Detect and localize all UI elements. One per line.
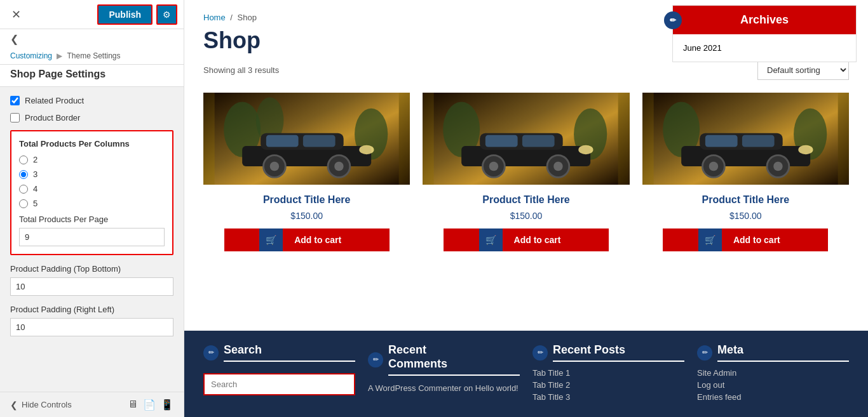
padding-right-left-label: Product Padding (Right Left) — [10, 305, 173, 314]
cart-icon-box-1: 🛒 — [259, 228, 283, 251]
columns-radio-2[interactable] — [19, 156, 28, 164]
comments-edit-pencil[interactable]: ✏ — [368, 352, 383, 367]
cart-icon-box-3: 🛒 — [698, 228, 722, 251]
product-price-2: $150.00 — [510, 211, 543, 221]
columns-label: Total Products Per Columns — [19, 139, 165, 149]
add-to-cart-label-1: Add to cart — [294, 235, 341, 245]
footer-meta-title: Meta — [717, 343, 849, 362]
columns-option-3: 3 — [19, 169, 165, 179]
shop-area: ✏ Archives June 2021 Home / Shop Shop Sh… — [184, 0, 868, 331]
svg-point-24 — [579, 145, 593, 155]
footer-widget-posts-title-row: ✏ Recent Posts — [532, 343, 684, 362]
panel-bottom: ❮ Hide Controls 🖥 📄 📱 — [0, 392, 184, 417]
comments-pencil-icon: ✏ — [373, 355, 379, 364]
footer-widget-search-title-row: ✏ Search — [203, 343, 355, 362]
hide-controls-label: Hide Controls — [22, 400, 72, 409]
showing-results: Showing all 3 results — [203, 65, 279, 75]
footer-post-link-3[interactable]: Tab Title 3 — [532, 392, 684, 402]
search-pencil-icon: ✏ — [208, 348, 214, 357]
columns-group: Total Products Per Columns 2 3 4 5 Total… — [10, 130, 173, 255]
hide-controls[interactable]: ❮ Hide Controls — [10, 400, 72, 410]
svg-rect-19 — [522, 135, 555, 147]
related-product-checkbox[interactable] — [10, 96, 20, 105]
columns-radio-5[interactable] — [19, 199, 28, 208]
left-panel: ✕ Publish ⚙ ❮ Customizing ▶ Theme Settin… — [0, 0, 184, 417]
product-title-3: Product Title Here — [702, 194, 790, 207]
svg-point-11 — [334, 162, 344, 171]
padding-top-bottom-section: Product Padding (Top Bottom) — [10, 264, 173, 296]
svg-point-35 — [773, 162, 783, 171]
desktop-icon[interactable]: 🖥 — [128, 399, 138, 411]
archives-widget-inner: ✏ Archives June 2021 — [672, 5, 857, 62]
svg-point-33 — [709, 162, 718, 171]
related-product-label: Related Product — [25, 96, 84, 105]
add-to-cart-label-2: Add to cart — [514, 235, 561, 245]
columns-option-4: 4 — [19, 184, 165, 194]
search-edit-pencil[interactable]: ✏ — [203, 345, 219, 361]
footer-posts-title: Recent Posts — [553, 343, 684, 362]
publish-button[interactable]: Publish — [97, 4, 153, 25]
cart-icon-box-2: 🛒 — [479, 228, 503, 251]
product-border-checkbox[interactable] — [10, 113, 20, 122]
breadcrumb: Customizing ▶ Theme Settings — [0, 45, 184, 65]
svg-point-12 — [359, 145, 374, 155]
shop-meta-row: Showing all 3 results Default sorting So… — [203, 60, 849, 80]
product-border-row: Product Border — [10, 113, 173, 122]
breadcrumb-current: Shop — [238, 13, 257, 22]
columns-radio-3[interactable] — [19, 170, 28, 179]
footer-comments-title: RecentComments — [388, 343, 520, 376]
breadcrumb-root[interactable]: Customizing — [10, 51, 52, 60]
footer-widget-posts: ✏ Recent Posts Tab Title 1 Tab Title 2 T… — [532, 343, 684, 404]
svg-point-36 — [798, 145, 813, 155]
close-button[interactable]: ✕ — [6, 5, 26, 24]
columns-option-2: 2 — [19, 155, 165, 164]
footer-post-link-2[interactable]: Tab Title 2 — [532, 380, 684, 390]
pencil-icon: ✏ — [670, 16, 676, 25]
mobile-icon[interactable]: 📱 — [161, 399, 173, 411]
per-page-input[interactable] — [19, 228, 165, 246]
padding-right-left-input[interactable] — [10, 318, 173, 336]
cart-icon-3: 🛒 — [705, 235, 715, 245]
archives-header: ✏ Archives — [673, 6, 856, 34]
sort-select[interactable]: Default sorting Sort by popularity Sort … — [757, 60, 849, 80]
columns-value-2: 2 — [33, 155, 37, 164]
posts-edit-pencil[interactable]: ✏ — [532, 345, 548, 361]
footer-widget-meta: ✏ Meta Site Admin Log out Entries feed — [697, 343, 849, 404]
product-title-1: Product Title Here — [263, 194, 351, 207]
footer-meta-logout[interactable]: Log out — [697, 380, 849, 390]
add-to-cart-button-1[interactable]: 🛒 Add to cart — [224, 228, 390, 251]
columns-radio-4[interactable] — [19, 185, 28, 194]
padding-top-bottom-input[interactable] — [10, 277, 173, 296]
per-page-label: Total Products Per Page — [19, 215, 165, 224]
footer-meta-site-admin[interactable]: Site Admin — [697, 368, 849, 378]
settings-gear-button[interactable]: ⚙ — [156, 4, 177, 25]
svg-rect-30 — [705, 135, 738, 147]
footer-meta-entries-feed[interactable]: Entries feed — [697, 392, 849, 402]
archives-edit-pencil[interactable]: ✏ — [664, 11, 682, 29]
add-to-cart-button-2[interactable]: 🛒 Add to cart — [444, 228, 609, 251]
svg-rect-31 — [742, 135, 775, 147]
footer-search-input[interactable] — [203, 373, 355, 395]
columns-option-5: 5 — [19, 199, 165, 208]
meta-edit-pencil[interactable]: ✏ — [697, 345, 712, 361]
svg-rect-18 — [485, 135, 518, 147]
publish-area: Publish ⚙ — [97, 4, 177, 25]
product-card-3: Product Title Here $150.00 🛒 Add to cart — [642, 93, 849, 251]
footer-comments-text: A WordPress Commenter on Hello world! — [368, 382, 520, 395]
product-card-2: Product Title Here $150.00 🛒 Add to cart — [423, 93, 629, 251]
breadcrumb-home-link[interactable]: Home — [203, 13, 226, 22]
back-arrow[interactable]: ❮ — [10, 33, 18, 45]
footer-widget-comments-title-row: ✏ RecentComments — [368, 343, 520, 376]
product-image-3 — [642, 93, 849, 185]
columns-value-3: 3 — [33, 169, 37, 179]
footer-post-link-1[interactable]: Tab Title 1 — [532, 368, 684, 378]
product-border-label: Product Border — [25, 113, 80, 122]
add-to-cart-button-3[interactable]: 🛒 Add to cart — [663, 228, 828, 251]
archives-title: Archives — [740, 13, 789, 26]
archives-month: June 2021 — [683, 43, 722, 53]
breadcrumb-section: Theme Settings — [67, 51, 121, 60]
svg-point-9 — [270, 162, 280, 171]
svg-rect-6 — [266, 135, 299, 147]
archives-widget: ✏ Archives June 2021 — [672, 5, 857, 62]
tablet-icon[interactable]: 📄 — [143, 399, 156, 411]
